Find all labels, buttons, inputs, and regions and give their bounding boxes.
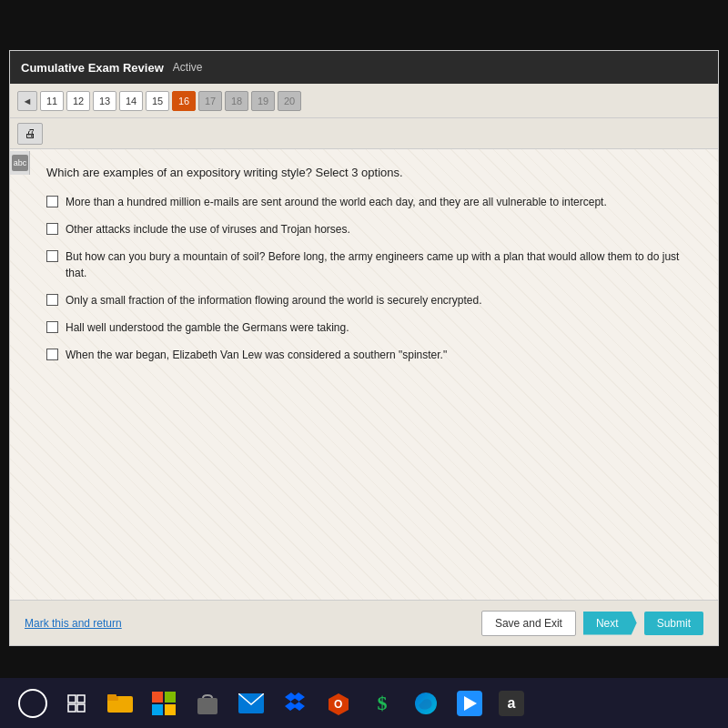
option-text-5: Hall well understood the gamble the Germ… (66, 319, 349, 336)
sidebar: abc (10, 151, 30, 175)
nav-num-18[interactable]: 18 (225, 91, 248, 111)
status-badge: Active (173, 61, 203, 74)
option-row-5: Hall well understood the gamble the Germ… (46, 319, 691, 336)
svg-rect-3 (77, 704, 85, 712)
nav-num-12[interactable]: 12 (66, 91, 90, 111)
a-app-icon[interactable]: a (499, 691, 524, 716)
office-icon[interactable]: O (324, 689, 353, 718)
print-button[interactable]: 🖨 (17, 123, 43, 145)
option-text-4: Only a small fraction of the information… (66, 292, 482, 308)
nav-num-20[interactable]: 20 (278, 91, 301, 111)
prev-arrow[interactable]: ◄ (17, 91, 37, 111)
task-view-icon[interactable] (62, 689, 91, 718)
nav-num-19[interactable]: 19 (251, 91, 275, 111)
content-area: Which are examples of an expository writ… (10, 149, 718, 600)
toolbar: 🖨 (10, 118, 718, 149)
nav-num-16[interactable]: 16 (172, 91, 196, 111)
option-text-2: Other attacks include the use of viruses… (66, 221, 350, 238)
option-checkbox-1[interactable] (46, 196, 58, 207)
file-explorer-icon[interactable] (106, 689, 135, 718)
store-bag-icon[interactable] (193, 689, 222, 718)
action-buttons: Save and Exit Next Submit (481, 611, 703, 636)
next-button[interactable]: Next (583, 612, 637, 635)
nav-num-17[interactable]: 17 (198, 91, 222, 111)
option-checkbox-6[interactable] (46, 349, 58, 360)
dollar-icon[interactable]: $ (368, 689, 397, 718)
option-row-4: Only a small fraction of the information… (46, 292, 691, 308)
question-nav: ◄ 11 12 13 14 15 16 17 18 19 20 (10, 84, 718, 118)
save-exit-button[interactable]: Save and Exit (481, 611, 576, 636)
option-row-3: But how can you bury a mountain of soil?… (46, 248, 691, 281)
option-text-1: More than a hundred million e-mails are … (66, 194, 607, 210)
option-checkbox-3[interactable] (46, 250, 58, 262)
svg-text:O: O (334, 698, 342, 711)
question-text: Which are examples of an expository writ… (46, 166, 691, 179)
dropbox-icon[interactable] (280, 689, 309, 718)
nav-num-15[interactable]: 15 (146, 91, 169, 111)
nav-num-11[interactable]: 11 (40, 91, 64, 111)
option-checkbox-5[interactable] (46, 321, 58, 333)
svg-rect-9 (152, 704, 163, 715)
svg-rect-6 (107, 694, 116, 698)
svg-rect-1 (77, 695, 85, 703)
app-title: Cumulative Exam Review (21, 61, 164, 75)
windows-store-icon[interactable] (149, 689, 178, 718)
nav-num-13[interactable]: 13 (93, 91, 116, 111)
option-row-1: More than a hundred million e-mails are … (46, 194, 691, 210)
edge-icon[interactable] (411, 689, 440, 718)
svg-rect-10 (165, 704, 176, 715)
nav-app-icon[interactable] (455, 689, 484, 718)
option-row-2: Other attacks include the use of viruses… (46, 221, 691, 238)
sidebar-icon-text[interactable]: abc (12, 155, 28, 171)
mark-return-link[interactable]: Mark this and return (25, 617, 122, 630)
submit-button[interactable]: Submit (644, 612, 703, 635)
nav-num-14[interactable]: 14 (119, 91, 143, 111)
option-text-3: But how can you bury a mountain of soil?… (66, 248, 691, 281)
svg-rect-8 (165, 692, 176, 703)
svg-rect-2 (68, 704, 76, 712)
taskbar: O $ a (0, 678, 728, 728)
option-checkbox-4[interactable] (46, 294, 58, 306)
option-checkbox-2[interactable] (46, 223, 58, 235)
svg-rect-7 (152, 692, 163, 703)
svg-rect-11 (197, 698, 217, 714)
mail-icon[interactable] (237, 689, 266, 718)
option-text-6: When the war began, Elizabeth Van Lew wa… (66, 347, 447, 363)
search-icon[interactable] (18, 689, 47, 718)
svg-rect-0 (68, 695, 76, 703)
action-bar: Mark this and return Save and Exit Next … (10, 600, 718, 645)
option-row-6: When the war began, Elizabeth Van Lew wa… (46, 347, 691, 363)
